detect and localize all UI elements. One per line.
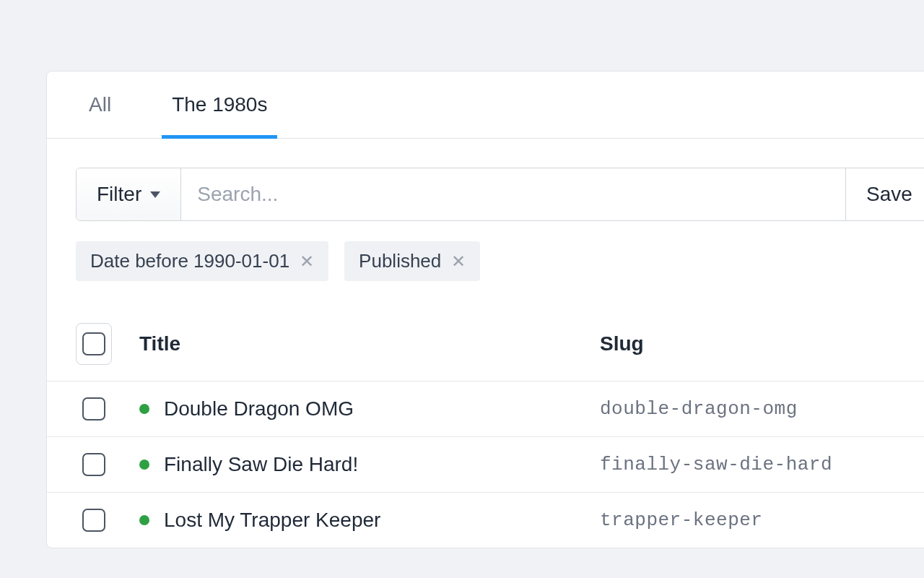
row-title-cell: Lost My Trapper Keeper (132, 509, 580, 532)
filter-button[interactable]: Filter (77, 168, 181, 220)
select-all-wrapper (76, 323, 112, 365)
filter-chip-date[interactable]: Date before 1990-01-01 ✕ (76, 241, 328, 281)
tab-all[interactable]: All (79, 72, 121, 139)
row-checkbox[interactable] (82, 509, 105, 532)
row-title[interactable]: Lost My Trapper Keeper (164, 509, 380, 532)
toolbar: Filter Save Reset (76, 168, 924, 221)
column-header-title[interactable]: Title (132, 332, 580, 355)
status-dot-icon (139, 404, 149, 414)
search-input[interactable] (181, 168, 845, 220)
content-panel: All The 1980s Filter Save Reset Date bef… (46, 71, 924, 548)
data-table: Title Slug Double Dragon OMG double-drag… (47, 307, 924, 548)
chip-label: Date before 1990-01-01 (90, 250, 289, 272)
table-row[interactable]: Double Dragon OMG double-dragon-omg (47, 381, 924, 436)
chevron-down-icon (150, 191, 160, 198)
column-header-slug[interactable]: Slug (600, 332, 924, 355)
status-dot-icon (139, 515, 149, 525)
row-slug: trapper-keeper (600, 509, 924, 531)
table-row[interactable]: Lost My Trapper Keeper trapper-keeper (47, 492, 924, 548)
row-slug: double-dragon-omg (600, 398, 924, 420)
row-checkbox-cell (76, 453, 112, 476)
tabs-bar: All The 1980s (47, 72, 924, 139)
status-dot-icon (139, 460, 149, 470)
row-title[interactable]: Finally Saw Die Hard! (164, 453, 358, 476)
row-checkbox[interactable] (82, 453, 105, 476)
table-row[interactable]: Finally Saw Die Hard! finally-saw-die-ha… (47, 436, 924, 492)
filter-label: Filter (97, 183, 141, 206)
close-icon[interactable]: ✕ (451, 253, 466, 270)
row-checkbox[interactable] (82, 397, 105, 420)
save-button[interactable]: Save (845, 168, 924, 220)
row-checkbox-cell (76, 397, 112, 420)
chip-label: Published (359, 250, 441, 272)
select-all-checkbox[interactable] (82, 332, 105, 355)
tab-the-1980s[interactable]: The 1980s (162, 72, 277, 139)
row-title-cell: Finally Saw Die Hard! (132, 453, 580, 476)
close-icon[interactable]: ✕ (300, 253, 314, 270)
row-title-cell: Double Dragon OMG (132, 397, 580, 420)
row-title[interactable]: Double Dragon OMG (164, 397, 354, 420)
filter-chips: Date before 1990-01-01 ✕ Published ✕ (47, 221, 924, 307)
row-slug: finally-saw-die-hard (600, 454, 924, 475)
filter-chip-published[interactable]: Published ✕ (344, 241, 480, 281)
row-checkbox-cell (76, 509, 112, 532)
table-header: Title Slug (47, 307, 924, 381)
